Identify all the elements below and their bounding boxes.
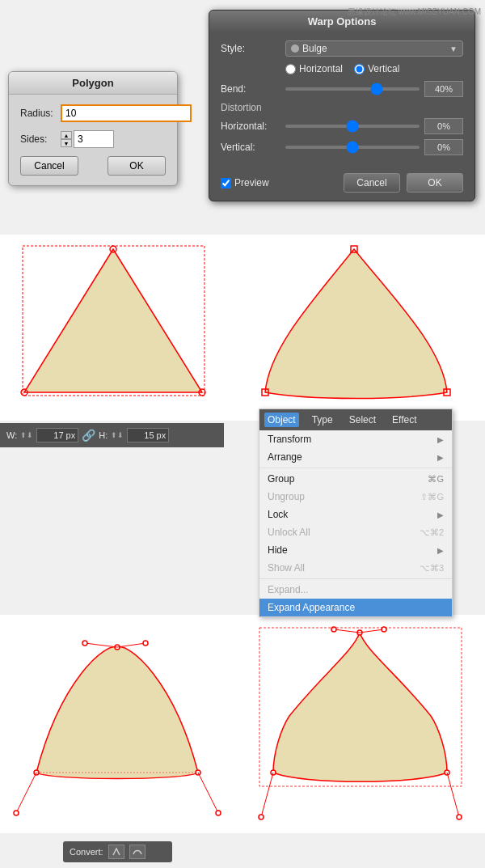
menu-ungroup: Ungroup ⇧⌘G xyxy=(259,488,452,506)
transform-arrow: ▶ xyxy=(437,435,444,444)
style-dropdown-arrow: ▼ xyxy=(449,44,458,53)
show-all-shortcut: ⌥⌘3 xyxy=(420,563,444,574)
arrange-label: Arrange xyxy=(268,451,302,463)
expand-appearance-label: Expand Appearance xyxy=(268,602,355,613)
menu-effect-item[interactable]: Effect xyxy=(389,413,420,427)
svg-marker-0 xyxy=(24,249,202,392)
style-select[interactable]: Bulge ▼ xyxy=(285,40,463,57)
warp-cancel-button[interactable]: Cancel xyxy=(344,173,400,193)
svg-line-28 xyxy=(261,773,273,817)
svg-line-13 xyxy=(117,643,146,647)
separator-1 xyxy=(259,468,452,468)
svg-point-15 xyxy=(143,641,148,646)
polygon-dialog-title: Polygon xyxy=(9,72,177,95)
polygon-ok-button[interactable]: OK xyxy=(108,156,166,176)
unlock-all-label: Unlock All xyxy=(268,527,310,538)
sides-up-button[interactable]: ▲ xyxy=(61,131,72,139)
menu-unlock-all: Unlock All ⌥⌘2 xyxy=(259,523,452,541)
sides-down-button[interactable]: ▼ xyxy=(61,139,72,147)
svg-point-30 xyxy=(259,815,264,819)
right-bottom-svg xyxy=(257,623,463,829)
w-label: W: xyxy=(6,430,17,440)
svg-line-12 xyxy=(85,643,117,647)
expand-label: Expand... xyxy=(268,584,309,595)
watermark-text: 思缘设计论坛 www.MISSYUAN.COM xyxy=(348,6,481,18)
menu-group[interactable]: Group ⌘G xyxy=(259,470,452,488)
radius-input[interactable] xyxy=(61,104,192,122)
style-bullet xyxy=(291,44,299,53)
left-triangle-svg xyxy=(8,235,222,413)
menu-lock[interactable]: Lock ▶ xyxy=(259,506,452,523)
left-bottom-svg xyxy=(12,623,222,829)
sides-label: Sides: xyxy=(20,133,61,145)
polygon-cancel-button[interactable]: Cancel xyxy=(20,156,78,176)
warp-ok-button[interactable]: OK xyxy=(407,173,463,193)
svg-point-31 xyxy=(457,815,462,819)
horiz-dist-value[interactable] xyxy=(424,118,463,134)
bend-value[interactable] xyxy=(424,81,463,97)
hide-arrow: ▶ xyxy=(437,546,444,555)
convert-label: Convert: xyxy=(70,847,103,857)
menu-type-item[interactable]: Type xyxy=(309,413,336,427)
horizontal-radio-text: Horizontal xyxy=(299,63,343,74)
h-label: H: xyxy=(99,430,108,440)
svg-point-19 xyxy=(14,811,19,815)
convert-toolbar: Convert: xyxy=(63,841,172,862)
horiz-dist-label: Horizontal: xyxy=(221,121,285,132)
canvas-area-top xyxy=(0,235,485,421)
menu-show-all: Show All ⌥⌘3 xyxy=(259,559,452,577)
vertical-radio[interactable] xyxy=(354,64,365,74)
svg-point-20 xyxy=(216,811,221,815)
arrange-arrow: ▶ xyxy=(437,453,444,462)
menu-hide[interactable]: Hide ▶ xyxy=(259,541,452,559)
convert-smooth-button[interactable] xyxy=(129,845,146,859)
menu-bar-top: Object Type Select Effect xyxy=(259,409,452,430)
svg-line-18 xyxy=(198,773,218,813)
w-input[interactable] xyxy=(36,428,78,442)
vertical-radio-text: Vertical xyxy=(368,63,399,74)
preview-checkbox-label[interactable]: Preview xyxy=(221,177,269,188)
h-input[interactable] xyxy=(127,428,169,442)
vertical-radio-label[interactable]: Vertical xyxy=(354,63,399,74)
group-shortcut: ⌘G xyxy=(428,474,444,485)
toolbar-bar: W: ⬆⬇ 🔗 H: ⬆⬇ xyxy=(0,423,224,447)
menu-expand-appearance[interactable]: Expand Appearance xyxy=(259,599,452,616)
hide-label: Hide xyxy=(268,544,288,556)
horiz-dist-slider[interactable] xyxy=(285,125,420,128)
object-menu: Object Type Select Effect Transform ▶ Ar… xyxy=(259,409,453,617)
unlock-all-shortcut: ⌥⌘2 xyxy=(420,527,444,538)
menu-select-item[interactable]: Select xyxy=(346,413,379,427)
vert-dist-slider[interactable] xyxy=(285,146,420,149)
horizontal-radio-label[interactable]: Horizontal xyxy=(285,63,343,74)
sides-stepper[interactable]: ▲ ▼ xyxy=(61,131,72,147)
convert-corner-button[interactable] xyxy=(108,845,124,859)
lock-arrow: ▶ xyxy=(437,510,444,519)
menu-arrange[interactable]: Arrange ▶ xyxy=(259,448,452,466)
right-triangle-svg xyxy=(249,235,463,413)
radius-label: Radius: xyxy=(20,108,61,119)
svg-point-14 xyxy=(82,641,87,646)
distortion-label: Distortion xyxy=(221,102,463,113)
sides-input[interactable] xyxy=(74,130,114,148)
ungroup-shortcut: ⇧⌘G xyxy=(420,492,444,502)
bend-slider[interactable] xyxy=(285,87,420,91)
horizontal-radio[interactable] xyxy=(285,64,296,74)
menu-object-item[interactable]: Object xyxy=(264,413,299,427)
svg-line-23 xyxy=(360,629,384,633)
h-stepper-icon: ⬆⬇ xyxy=(111,431,124,439)
vert-dist-value[interactable] xyxy=(424,139,463,155)
transform-label: Transform xyxy=(268,434,311,445)
svg-line-29 xyxy=(447,773,459,817)
orientation-radio-group: Horizontal Vertical xyxy=(285,63,399,74)
show-all-label: Show All xyxy=(268,562,305,574)
svg-line-22 xyxy=(334,629,360,633)
preview-checkbox[interactable] xyxy=(221,178,231,188)
lock-label: Lock xyxy=(268,509,288,520)
link-icon: 🔗 xyxy=(82,429,95,442)
warp-dialog: Warp Options Style: Bulge ▼ Horizontal V… xyxy=(209,10,475,201)
bend-label: Bend: xyxy=(221,83,285,95)
group-label: Group xyxy=(268,473,294,485)
menu-transform[interactable]: Transform ▶ xyxy=(259,430,452,448)
style-value: Bulge xyxy=(302,43,327,54)
preview-label: Preview xyxy=(234,177,269,188)
